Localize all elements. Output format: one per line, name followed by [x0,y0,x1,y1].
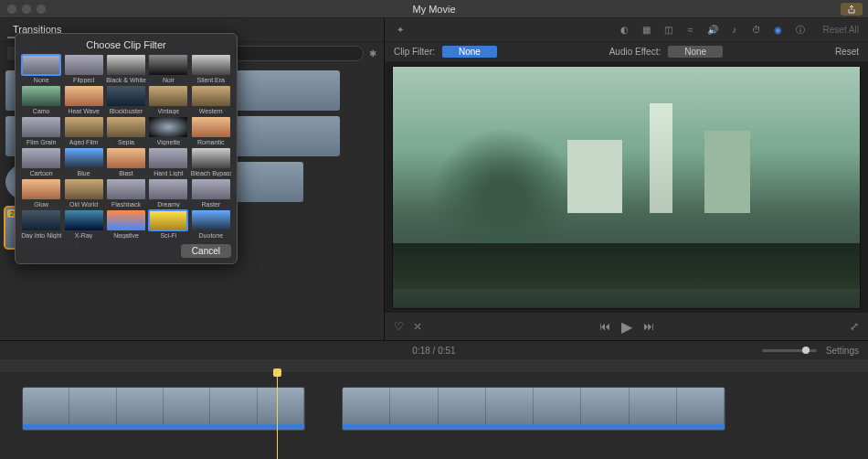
filter-option-vintage[interactable]: Vintage [148,85,188,114]
filter-label: Aged Film [69,139,99,145]
filter-label: Camo [33,108,50,114]
filter-option-flashback[interactable]: Flashback [106,178,146,208]
filter-thumbnail [148,54,188,76]
filter-label: Sepia [118,139,134,145]
clip-filter-icon[interactable]: ◉ [772,24,785,37]
filter-thumbnail [106,116,146,138]
filter-option-sepia[interactable]: Sepia [106,116,146,145]
filter-thumbnail [21,54,61,76]
filter-thumbnail [106,147,146,169]
magic-wand-icon[interactable]: ✦ [394,24,407,37]
playhead[interactable] [277,372,278,459]
filter-thumbnail [64,116,104,138]
color-correction-icon[interactable]: ▦ [640,24,653,37]
close-icon[interactable] [7,5,16,14]
preview-content [650,103,672,213]
shuffle-icon[interactable]: ⤫ [413,320,422,333]
filter-thumbnail [148,209,188,231]
filter-thumbnail [148,147,188,169]
timeline: 0:18 / 0:51 Settings [0,340,868,459]
favorite-icon[interactable]: ♡ [394,320,404,333]
crop-icon[interactable]: ◫ [662,24,675,37]
timeline-settings-button[interactable]: Settings [826,346,859,356]
filter-label: Western [199,108,223,114]
audio-track [23,424,304,430]
filter-label: Raster [201,201,220,208]
minimize-icon[interactable] [22,5,31,14]
media-clip[interactable] [232,70,340,111]
filter-option-vignette[interactable]: Vignette [148,116,188,145]
timeline-ruler[interactable] [0,359,868,372]
filter-option-blast[interactable]: Blast [106,147,146,176]
filter-option-blockbuster[interactable]: Blockbuster [106,85,146,114]
filter-label: Dreamy [157,201,180,208]
next-button[interactable]: ⏭ [643,320,654,333]
viewer-pane: ✦ ◐ ▦ ◫ ≈ 🔊 ♪ ⏱ ◉ ⓘ Reset All Clip Filte… [384,18,868,340]
volume-icon[interactable]: 🔊 [706,24,719,37]
cancel-button[interactable]: Cancel [181,244,231,258]
stabilization-icon[interactable]: ≈ [684,24,697,37]
reset-button[interactable]: Reset [835,47,859,57]
previous-button[interactable]: ⏮ [599,320,610,333]
filter-label: Blockbuster [110,108,143,114]
filter-option-blue[interactable]: Blue [63,147,103,176]
filter-option-negative[interactable]: Negative [106,209,146,239]
filter-label: Silent Era [197,77,225,83]
filter-thumbnail [106,85,146,107]
timeline-header: 0:18 / 0:51 Settings [0,341,868,359]
timeline-clip[interactable] [22,387,305,431]
filter-option-western[interactable]: Western [191,85,231,114]
window-controls[interactable] [7,5,46,14]
filter-label: Black & White [106,77,146,83]
zoom-icon[interactable] [37,5,46,14]
color-balance-icon[interactable]: ◐ [619,24,631,37]
filter-option-silent-era[interactable]: Silent Era [191,54,231,83]
noise-reduction-icon[interactable]: ♪ [728,24,741,37]
speed-icon[interactable]: ⏱ [750,24,763,37]
filter-option-noir[interactable]: Noir [148,54,188,83]
filter-option-aged-film[interactable]: Aged Film [63,116,103,145]
filter-thumbnail [148,85,188,107]
media-clip[interactable] [232,162,303,202]
filter-option-cartoon[interactable]: Cartoon [21,147,61,176]
clip-filter-value[interactable]: None [442,46,497,58]
timeline-clip[interactable] [342,387,725,431]
filter-option-none[interactable]: None [21,54,61,83]
timeline-tracks[interactable] [0,372,868,459]
info-icon[interactable]: ⓘ [794,24,807,37]
filter-option-old-world[interactable]: Old World [63,178,103,208]
filter-label: Flipped [73,77,94,83]
filter-option-glow[interactable]: Glow [21,178,61,208]
share-button[interactable] [841,3,863,16]
filter-thumbnail [21,85,61,107]
preview-viewer[interactable] [392,66,861,309]
filter-option-black-white[interactable]: Black & White [106,54,146,83]
reset-all-button[interactable]: Reset All [823,25,859,35]
filter-label: Noir [163,77,175,83]
filter-option-flipped[interactable]: Flipped [63,54,103,83]
audio-effect-value[interactable]: None [668,46,723,58]
filter-option-hard-light[interactable]: Hard Light [148,147,188,176]
filter-option-bleach-bypass[interactable]: Bleach Bypass [191,147,231,176]
filter-option-camo[interactable]: Camo [21,85,61,114]
media-browser: Transitions All Clips ⌄ ✱ [0,18,384,340]
zoom-slider[interactable] [762,349,817,352]
filter-option-raster[interactable]: Raster [191,178,231,208]
filter-option-film-grain[interactable]: Film Grain [21,116,61,145]
filter-label: Film Grain [26,139,56,145]
fullscreen-icon[interactable]: ⤢ [850,320,859,333]
media-clip[interactable] [232,116,340,156]
filter-option-romantic[interactable]: Romantic [191,116,231,145]
filter-thumbnail [106,54,146,76]
filter-option-heat-wave[interactable]: Heat Wave [63,85,103,114]
filter-option-sci-fi[interactable]: Sci-Fi [148,209,188,239]
audio-track [343,424,725,430]
filter-option-x-ray[interactable]: X-Ray [63,209,103,239]
clip-filter-popover: Choose Clip Filter NoneFlippedBlack & Wh… [15,33,238,264]
filter-option-duotone[interactable]: Duotone [191,209,231,239]
settings-gear-icon[interactable]: ✱ [369,48,376,59]
play-button[interactable]: ▶ [621,318,632,336]
filter-label: Heat Wave [68,108,99,114]
filter-option-day-into-night[interactable]: Day Into Night [21,209,61,239]
filter-option-dreamy[interactable]: Dreamy [148,178,188,208]
